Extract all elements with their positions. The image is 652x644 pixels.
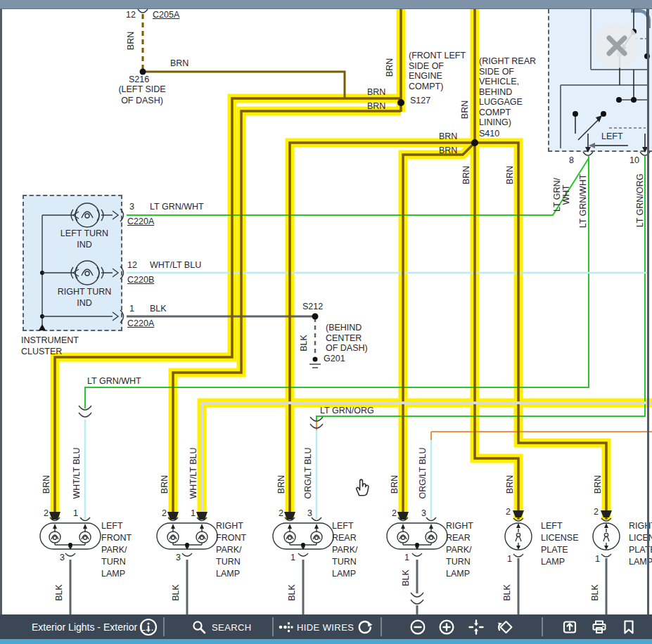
export-button[interactable] xyxy=(561,618,579,636)
refresh-button[interactable] xyxy=(356,618,374,636)
toolbar-divider xyxy=(272,617,274,636)
search-icon xyxy=(191,619,207,635)
lamp-left-license xyxy=(505,510,532,557)
print-button[interactable] xyxy=(590,618,608,636)
zoom-in-icon xyxy=(438,619,455,636)
zoom-out-button[interactable] xyxy=(409,618,427,636)
panel-left-border xyxy=(0,9,2,615)
lamp-right-rear xyxy=(387,512,447,556)
hide-wires-label[interactable]: HIDE WIRES xyxy=(297,622,354,632)
bookmark-icon xyxy=(620,619,637,636)
wiring-diagram-svg xyxy=(0,0,652,644)
toolbar-divider xyxy=(542,617,543,636)
instrument-cluster-symbols xyxy=(39,203,124,330)
bottom-accent-strip xyxy=(0,639,652,644)
info-button[interactable] xyxy=(139,618,158,636)
print-icon xyxy=(591,619,608,636)
fit-screen-icon xyxy=(468,619,485,636)
lamp-left-front xyxy=(40,512,101,556)
zoom-in-button[interactable] xyxy=(437,618,456,636)
toolbar-divider xyxy=(381,617,382,636)
refresh-icon xyxy=(357,619,373,636)
window-top-bar xyxy=(0,0,652,9)
export-icon xyxy=(561,619,578,636)
search-button[interactable] xyxy=(190,618,208,636)
hand-cursor-icon xyxy=(352,477,371,500)
diagram-title[interactable]: Exterior Lights - Exterior L... xyxy=(32,622,154,633)
lamp-right-front xyxy=(157,512,217,556)
hide-wires-button[interactable] xyxy=(276,618,295,636)
bookmark-button[interactable] xyxy=(620,618,638,636)
search-label[interactable]: SEARCH xyxy=(212,622,252,632)
lamp-left-rear xyxy=(273,512,333,556)
hide-wires-icon xyxy=(278,619,293,635)
plain-wire-layer xyxy=(70,14,652,616)
toolbar-divider xyxy=(163,617,165,636)
rotate-view-button[interactable] xyxy=(497,618,515,636)
bottom-toolbar: Exterior Lights - Exterior L... SEARCH xyxy=(0,614,652,639)
fit-screen-button[interactable] xyxy=(467,618,485,636)
panel-right-border xyxy=(647,9,649,615)
lamp-right-license xyxy=(593,510,620,557)
close-icon xyxy=(603,32,631,60)
info-icon xyxy=(139,618,158,636)
zoom-out-icon xyxy=(409,619,426,636)
app-window: 12C205ABRNS216(LEFT SIDE OF DASH)BRNBRN(… xyxy=(0,0,652,644)
rotate-view-icon xyxy=(497,619,514,636)
close-button[interactable] xyxy=(594,23,639,68)
